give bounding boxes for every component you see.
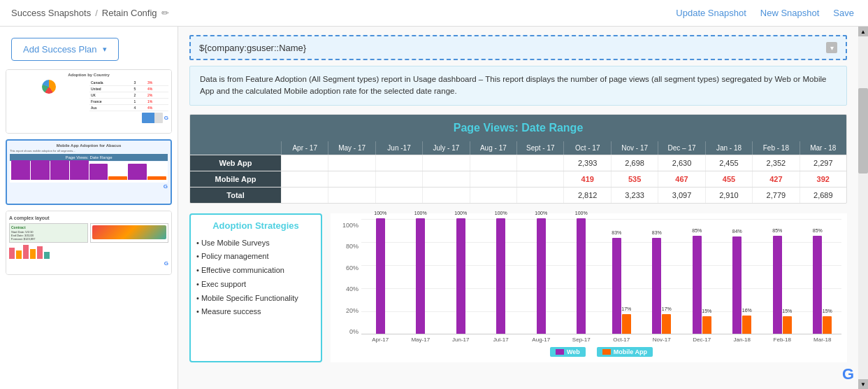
bar-pair-sep17: 100% <box>577 218 586 334</box>
y-label-100: 100% <box>342 222 359 229</box>
bar-label-purple-jan18: 84% <box>732 229 742 234</box>
bar-group-dec17: 85% 15% <box>683 218 721 334</box>
sidebar-item-9[interactable]: 9 Mobile App Adoption for Abacus This re… <box>6 139 172 205</box>
save-button[interactable]: Save <box>830 6 857 20</box>
bar-label-purple-jun17: 100% <box>454 211 467 215</box>
bar-purple-dec17: 85% <box>693 236 702 334</box>
cell-total-jul17 <box>422 188 469 203</box>
thumbnail-8: Adoption by Country Canada33% United54% … <box>6 70 171 133</box>
bar-pair-nov17: 83% 17% <box>652 218 671 334</box>
scroll-down-arrow[interactable]: ▼ <box>858 379 868 389</box>
strategies-list: Use Mobile Surveys Policy management Eff… <box>196 236 315 320</box>
strategy-item-4: Exec support <box>196 278 315 292</box>
cell-mobile-jun17 <box>375 171 422 187</box>
collapse-button[interactable]: ▾ <box>826 42 837 53</box>
bar-label-purple-feb18: 85% <box>772 228 782 233</box>
thumbnail-10: A complex layout Contract Start Date: 5/… <box>6 211 171 274</box>
add-success-plan-button[interactable]: Add Success Plan ▾ <box>11 38 119 61</box>
breadcrumb-separator: / <box>95 8 98 18</box>
cell-webapp-jul17 <box>422 155 469 171</box>
cell-mobile-sep17 <box>516 171 563 187</box>
bar-group-nov17: 83% 17% <box>643 218 681 334</box>
legend-color-web <box>556 349 564 355</box>
bar-purple-nov17: 83% <box>652 238 661 334</box>
legend-label-web: Web <box>567 348 580 355</box>
thumbnail-9: Mobile App Adoption for Abacus This repo… <box>7 141 171 204</box>
edit-icon[interactable]: ✏ <box>161 8 169 18</box>
bar-group-jan18: 84% 16% <box>723 218 762 334</box>
cell-mobile-oct17: 419 <box>563 171 610 187</box>
table-row-total: Total 2,812 3,233 3,097 2,910 2,779 2,68… <box>190 187 846 203</box>
bar-pair-jul17: 100% <box>496 218 505 334</box>
col-sep17: Sept - 17 <box>516 141 563 155</box>
sidebar-item-10[interactable]: 10 A complex layout Contract Start Date:… <box>6 211 172 275</box>
bar-group-may17: 100% <box>402 218 440 334</box>
legend-web: Web <box>550 347 586 357</box>
cell-total-nov17: 3,233 <box>611 188 658 203</box>
sidebar-item-8[interactable]: 8 Adoption by Country Canada33% United54… <box>6 69 172 134</box>
token-field[interactable]: ${company:gsuser::Name} ▾ <box>189 35 847 60</box>
bar-label-purple-aug17: 100% <box>535 211 547 215</box>
main-layout: Add Success Plan ▾ 8 Adoption by Country <box>0 27 868 389</box>
col-jul17: July - 17 <box>422 141 469 155</box>
cell-webapp-jan18: 2,455 <box>705 155 752 171</box>
scroll-track[interactable] <box>858 36 868 379</box>
gridline-top <box>361 219 841 220</box>
cell-webapp-dec17: 2,630 <box>658 155 704 171</box>
breadcrumb-part1[interactable]: Success Snapshots <box>11 8 91 18</box>
col-oct17: Oct - 17 <box>563 141 610 155</box>
y-label-80: 80% <box>346 243 359 250</box>
bar-label-purple-dec17: 85% <box>692 228 702 233</box>
cell-total-apr17 <box>281 188 328 203</box>
breadcrumb: Success Snapshots / Retain Config ✏ <box>11 8 169 18</box>
col-header-empty <box>190 141 281 155</box>
bar-orange-feb18: 15% <box>783 316 792 334</box>
bar-pair-feb18: 85% 15% <box>773 218 792 334</box>
strategy-item-6: Measure success <box>196 305 315 319</box>
scroll-thumb[interactable] <box>858 88 868 174</box>
cell-mobile-nov17: 535 <box>611 171 658 187</box>
bar-label-purple-nov17: 83% <box>652 230 662 235</box>
right-scrollbar[interactable]: ▲ ▼ <box>858 27 868 389</box>
x-label-jul17: Jul-17 <box>482 337 521 343</box>
y-label-0: 0% <box>349 328 359 335</box>
bar-orange-nov17: 17% <box>662 314 671 334</box>
col-mar18: Mar - 18 <box>800 141 846 155</box>
bar-group-jun17: 100% <box>442 218 480 334</box>
bar-group-oct17: 83% 17% <box>602 218 641 334</box>
chevron-down-icon: ▾ <box>103 45 107 54</box>
bottom-section: Adoption Strategies Use Mobile Surveys P… <box>189 213 847 362</box>
bar-orange-jan18: 16% <box>742 316 751 334</box>
nav-actions: Update Snapshot New Snapshot Save <box>673 6 857 20</box>
cell-webapp-jun17 <box>375 155 422 171</box>
cell-mobile-mar18: 392 <box>800 171 846 187</box>
pv-col-headers: Apr - 17 May - 17 Jun -17 July - 17 Aug … <box>190 141 846 155</box>
gridline-80 <box>361 242 841 243</box>
col-apr17: Apr - 17 <box>281 141 328 155</box>
bar-label-orange-mar18: 15% <box>823 309 832 313</box>
scroll-up-arrow[interactable]: ▲ <box>858 27 868 36</box>
new-snapshot-button[interactable]: New Snapshot <box>758 6 823 20</box>
update-snapshot-button[interactable]: Update Snapshot <box>673 6 748 20</box>
cell-webapp-mar18: 2,297 <box>800 155 846 171</box>
col-may17: May - 17 <box>328 141 375 155</box>
cell-total-oct17: 2,812 <box>563 188 610 203</box>
cell-webapp-nov17: 2,698 <box>611 155 658 171</box>
legend-mobile: Mobile App <box>597 347 653 357</box>
pv-title: Page Views: Date Range <box>190 115 846 141</box>
bar-pair-jun17: 100% <box>456 218 465 334</box>
bar-label-orange-dec17: 15% <box>702 309 711 313</box>
google-logo: G <box>842 365 854 383</box>
strategy-item-1: Use Mobile Surveys <box>196 236 315 250</box>
x-label-apr17: Apr-17 <box>361 337 400 343</box>
cell-mobile-aug17 <box>470 171 516 187</box>
bar-groups-container: 100% 100% <box>361 219 841 334</box>
x-label-oct17: Oct-17 <box>602 337 641 343</box>
x-label-dec17: Dec-17 <box>683 337 721 343</box>
cell-webapp-aug17 <box>470 155 516 171</box>
table-row-mobileapp: Mobile App 419 535 467 455 427 392 <box>190 171 846 187</box>
token-value: ${company:gsuser::Name} <box>199 43 306 53</box>
bar-chart-inner: 100% 100% <box>361 219 841 357</box>
bar-group-mar18: 85% 15% <box>804 218 842 334</box>
cell-mobile-jan18: 455 <box>705 171 752 187</box>
